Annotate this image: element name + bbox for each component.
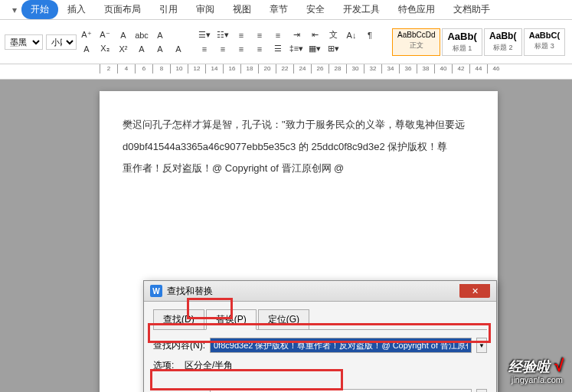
style-preview: AaBb(: [447, 31, 476, 42]
font-group: 墨黑 小四: [5, 34, 77, 50]
checkmark-icon: √: [554, 356, 563, 375]
ribbon-tabs: ▾ 开始 插入 页面布局 引用 审阅 视图 章节 安全 开发工具 特色应用 文档…: [0, 0, 572, 20]
border-icon[interactable]: ⊞▾: [326, 43, 340, 55]
align-left-icon[interactable]: ≡: [234, 29, 248, 41]
tab-doc-helper[interactable]: 文档助手: [444, 0, 499, 19]
tab-layout[interactable]: 页面布局: [95, 0, 150, 19]
align-justify-icon[interactable]: ≡: [253, 43, 266, 55]
align-center2-icon[interactable]: ≡: [216, 43, 230, 55]
style-preview: AaBbCcDd: [397, 31, 435, 39]
tab-developer[interactable]: 开发工具: [334, 0, 389, 19]
highlight-icon[interactable]: A: [135, 43, 149, 55]
ribbon-toolbar: 墨黑 小四 A⁺ A⁻ A abc A A X₂ X² A A A ☰▾ ☷▾ …: [0, 20, 572, 64]
distribute-icon[interactable]: ☰: [271, 43, 285, 55]
style-heading2[interactable]: AaBb( 标题 2: [484, 28, 522, 56]
number-list-icon[interactable]: ☷▾: [216, 29, 230, 41]
dialog-app-icon: W: [150, 285, 162, 297]
tab-security[interactable]: 安全: [297, 0, 334, 19]
superscript-icon[interactable]: X²: [116, 43, 130, 55]
indent-icon[interactable]: ⇥: [289, 29, 303, 41]
tab-find[interactable]: 查找(D): [153, 309, 204, 329]
bullet-list-icon[interactable]: ☰▾: [198, 29, 211, 41]
text-effects-icon[interactable]: A: [153, 43, 167, 55]
watermark: 经验啦 √ jingyanla.com: [508, 357, 563, 384]
tab-insert[interactable]: 插入: [58, 0, 95, 19]
shading-icon[interactable]: ▦▾: [308, 43, 322, 55]
decrease-font-icon[interactable]: A⁻: [98, 29, 112, 41]
tab-review[interactable]: 审阅: [187, 0, 224, 19]
ruler-mark: 12: [188, 64, 205, 74]
options-row: 选项: 区分全/半角: [153, 359, 487, 372]
ruler-mark: 6: [135, 64, 152, 74]
find-label: 查找内容(N):: [153, 339, 205, 352]
font-color-icon[interactable]: A: [80, 43, 93, 55]
style-normal[interactable]: AaBbCcDd 正文: [392, 28, 440, 56]
increase-font-icon[interactable]: A⁺: [80, 29, 93, 41]
document-text[interactable]: 樊迟问孔子怎样才算是智，孔子说："致力于服务民众的义举，尊敬鬼神但要远 d09b…: [123, 114, 475, 180]
ruler-mark: 38: [417, 64, 434, 74]
ruler-mark: 32: [364, 64, 381, 74]
watermark-url: jingyanla.com: [508, 375, 563, 384]
tab-references[interactable]: 引用: [150, 0, 187, 19]
align-right2-icon[interactable]: ≡: [234, 43, 248, 55]
ruler-mark: 26: [311, 64, 328, 74]
align-right-icon[interactable]: ≡: [271, 29, 285, 41]
styles-gallery: AaBbCcDd 正文 AaBb( 标题 1 AaBb( 标题 2 AaBbC(…: [392, 28, 565, 56]
outdent-icon[interactable]: ⇤: [308, 29, 322, 41]
ruler-mark: 30: [346, 64, 364, 74]
sort-icon[interactable]: A↓: [345, 29, 358, 41]
align-center-icon[interactable]: ≡: [253, 29, 266, 41]
style-preview: AaBb(: [489, 31, 517, 41]
options-label: 选项:: [153, 359, 180, 372]
ruler-mark: 20: [258, 64, 276, 74]
tab-replace[interactable]: 替换(P): [206, 309, 257, 330]
find-input[interactable]: [210, 338, 472, 353]
font-size-select[interactable]: 小四: [46, 34, 77, 50]
show-marks-icon[interactable]: ¶: [363, 29, 377, 41]
watermark-text: 经验啦: [508, 359, 550, 374]
find-replace-dialog: W 查找和替换 ✕ 查找(D) 替换(P) 定位(G) 查找内容(N): ▼ 选…: [143, 280, 497, 392]
ruler-mark: 18: [240, 64, 258, 74]
style-heading3[interactable]: AaBbC( 标题 3: [524, 28, 565, 56]
font-style-icon[interactable]: A: [153, 29, 167, 41]
align-left2-icon[interactable]: ≡: [198, 43, 211, 55]
style-label: 正文: [397, 41, 435, 51]
ruler-mark: 14: [205, 64, 223, 74]
file-dropdown[interactable]: ▾: [8, 2, 21, 18]
ruler-mark: 36: [399, 64, 417, 74]
doc-line: 樊迟问孔子怎样才算是智，孔子说："致力于服务民众的义举，尊敬鬼神但要远: [123, 114, 475, 136]
line-spacing-icon[interactable]: ‡≡▾: [289, 43, 303, 55]
ruler[interactable]: 2 4 6 8 10 12 14 16 18 20 22 24 26 28 30…: [0, 64, 572, 80]
char-border-icon[interactable]: A: [172, 43, 185, 55]
style-heading1[interactable]: AaBb( 标题 1: [442, 28, 482, 56]
ruler-mark: 46: [487, 64, 505, 74]
find-dropdown-icon[interactable]: ▼: [476, 338, 487, 353]
style-label: 标题 2: [489, 43, 517, 53]
clear-format-icon[interactable]: abc: [135, 29, 149, 41]
font-name-select[interactable]: 墨黑: [5, 34, 43, 50]
tab-chapter[interactable]: 章节: [260, 0, 297, 19]
text-direction-icon[interactable]: 文: [326, 29, 340, 41]
style-label: 标题 3: [529, 41, 560, 51]
format-buttons: A⁺ A⁻ A abc A A X₂ X² A A A: [80, 29, 185, 55]
ruler-mark: 24: [293, 64, 311, 74]
style-preview: AaBbC(: [529, 31, 560, 40]
ruler-mark: 16: [223, 64, 240, 74]
options-value: 区分全/半角: [185, 359, 233, 372]
replace-input[interactable]: [210, 389, 472, 392]
doc-line: d09bf41544a3365a46c9077ebb5e35c3 的 25ddc…: [123, 136, 475, 158]
tab-home[interactable]: 开始: [21, 0, 58, 19]
dialog-titlebar[interactable]: W 查找和替换 ✕: [144, 281, 496, 302]
doc-line: 重作者！反对盗版！@ Copyright of 晋江原创网 @: [123, 158, 475, 180]
dialog-tabs: 查找(D) 替换(P) 定位(G): [153, 309, 487, 330]
ruler-mark: 42: [452, 64, 469, 74]
tab-view[interactable]: 视图: [224, 0, 260, 19]
ruler-mark: 2: [100, 64, 117, 74]
subscript-icon[interactable]: X₂: [98, 43, 112, 55]
ruler-mark: 28: [328, 64, 346, 74]
replace-dropdown-icon[interactable]: ▼: [476, 389, 487, 392]
tab-apps[interactable]: 特色应用: [389, 0, 444, 19]
tab-goto[interactable]: 定位(G): [258, 309, 309, 329]
close-button[interactable]: ✕: [459, 284, 490, 298]
change-case-icon[interactable]: A: [116, 29, 130, 41]
